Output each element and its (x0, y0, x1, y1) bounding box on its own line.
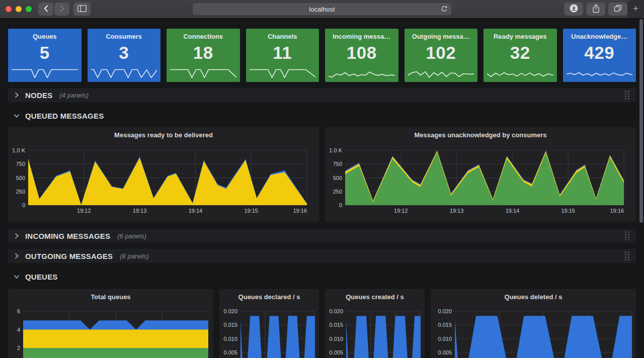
chart-queues-declared[interactable]: 0.0200.0150.0100.005 (219, 302, 319, 358)
svg-text:0.005: 0.005 (329, 349, 343, 355)
sparkline (567, 67, 633, 79)
stat-panel-consumers: Consumers 3 (88, 29, 161, 82)
address-bar[interactable]: localhost (193, 3, 451, 15)
stat-value: 5 (40, 38, 50, 67)
chevron-down-icon (13, 273, 20, 280)
svg-text:1.0 K: 1.0 K (329, 147, 342, 153)
svg-text:0.010: 0.010 (438, 336, 452, 342)
plus-icon: + (633, 3, 638, 14)
row-outgoing-messages[interactable]: OUTGOING MESSAGES (8 panels) (8, 249, 636, 263)
row-panel-count: (6 panels) (117, 232, 146, 240)
svg-text:0.015: 0.015 (438, 322, 452, 328)
forward-button[interactable] (54, 3, 69, 16)
panel-title[interactable]: Queues declared / s (219, 289, 319, 302)
reload-icon[interactable] (441, 6, 448, 15)
panel-title[interactable]: Messages ready to be delivered (8, 127, 319, 140)
svg-text:19:12: 19:12 (77, 208, 91, 214)
svg-text:19:15: 19:15 (561, 208, 575, 214)
svg-text:0: 0 (22, 202, 25, 208)
sparkline (250, 67, 316, 79)
row-queues[interactable]: QUEUES (8, 270, 636, 283)
sparkline (12, 67, 78, 79)
drag-handle-icon[interactable] (625, 231, 629, 240)
chart-queues-deleted[interactable]: 0.0200.0150.0100.005 (431, 302, 636, 358)
minimize-window-button[interactable] (16, 6, 22, 12)
sparkline (329, 67, 395, 79)
stat-panel-outgoing-messages: Outgoing messa… 102 (405, 29, 478, 82)
zoom-window-button[interactable] (26, 6, 32, 12)
chevron-right-icon (13, 232, 20, 239)
sparkline (487, 67, 553, 79)
svg-text:19:12: 19:12 (394, 208, 408, 214)
chevron-right-icon (60, 5, 64, 14)
stat-panel-queues: Queues 5 (8, 29, 82, 82)
share-icon (592, 4, 600, 15)
tabs-icon (614, 5, 622, 14)
svg-text:250: 250 (333, 189, 342, 195)
chevron-left-icon (44, 5, 48, 14)
drag-handle-icon[interactable] (625, 91, 629, 100)
chart-queues-created[interactable]: 0.0200.0150.0100.005 (325, 302, 425, 358)
stat-value: 429 (584, 38, 614, 67)
sidebar-toggle-button[interactable] (73, 3, 91, 16)
panel-total-queues: Total queues 642 (8, 289, 213, 358)
svg-text:19:14: 19:14 (506, 208, 520, 214)
svg-text:2: 2 (17, 345, 20, 351)
stat-value: 18 (193, 38, 213, 67)
panel-title[interactable]: Queues created / s (325, 289, 425, 302)
svg-text:19:13: 19:13 (133, 208, 147, 214)
panel-queues-declared: Queues declared / s 0.0200.0150.0100.005 (219, 289, 319, 358)
stat-value: 3 (119, 38, 129, 67)
chart-total-queues[interactable]: 642 (8, 302, 213, 358)
row-panel-count: (8 panels) (120, 252, 149, 260)
panel-title[interactable]: Queues deleted / s (431, 289, 636, 302)
svg-text:19:13: 19:13 (450, 208, 464, 214)
svg-text:19:16: 19:16 (610, 208, 624, 214)
stat-value: 32 (510, 38, 530, 67)
panel-messages-ready: Messages ready to be delivered 1.0 K7505… (8, 127, 319, 222)
panel-title[interactable]: Messages unacknowledged by consumers (325, 127, 636, 140)
svg-text:750: 750 (333, 161, 342, 167)
svg-text:0.015: 0.015 (329, 322, 343, 328)
row-title: NODES (25, 91, 52, 100)
stat-panel-connections: Connections 18 (167, 29, 240, 82)
svg-text:250: 250 (16, 189, 25, 195)
stat-value: 102 (426, 38, 456, 67)
svg-text:0.020: 0.020 (223, 308, 237, 314)
stat-panel-ready-messages: Ready messages 32 (484, 29, 557, 82)
sidebar-icon (77, 5, 87, 14)
page-scrollbar[interactable] (639, 19, 643, 223)
svg-text:750: 750 (16, 161, 25, 167)
tab-overview-button[interactable] (608, 3, 627, 16)
svg-text:0.010: 0.010 (223, 336, 237, 342)
panel-messages-unacknowledged: Messages unacknowledged by consumers 1.0… (325, 127, 636, 222)
row-title: QUEUES (25, 273, 58, 281)
browser-toolbar: localhost + (0, 0, 644, 19)
svg-text:0.005: 0.005 (438, 349, 452, 355)
back-button[interactable] (38, 3, 53, 16)
row-incoming-messages[interactable]: INCOMING MESSAGES (6 panels) (8, 229, 636, 243)
stat-panel-row: Queues 5 Consumers 3 Connections 18 Chan… (8, 29, 636, 82)
panel-queues-deleted: Queues deleted / s 0.0200.0150.0100.005 (431, 289, 636, 358)
queues-panels: Total queues 642 Queues declared / s 0.0… (8, 289, 636, 358)
panel-title[interactable]: Total queues (8, 289, 213, 302)
stat-value: 11 (273, 38, 292, 67)
chart-messages-unacknowledged[interactable]: 1.0 K750500250019:1219:1319:1419:1519:16 (325, 140, 636, 221)
share-button[interactable] (586, 3, 605, 16)
svg-text:500: 500 (333, 175, 342, 181)
close-window-button[interactable] (6, 6, 12, 12)
row-nodes[interactable]: NODES (4 panels) (8, 88, 636, 102)
chevron-down-icon (13, 112, 20, 119)
stat-value: 108 (347, 38, 377, 67)
drag-handle-icon[interactable] (625, 251, 629, 260)
row-title: INCOMING MESSAGES (25, 232, 110, 240)
svg-text:0: 0 (339, 202, 342, 208)
new-tab-button[interactable]: + (627, 0, 644, 18)
chart-messages-ready[interactable]: 1.0 K750500250019:1219:1319:1419:1519:16 (8, 140, 319, 221)
svg-text:19:16: 19:16 (293, 208, 307, 214)
dashboard: Queues 5 Consumers 3 Connections 18 Chan… (0, 19, 644, 358)
panel-queues-created: Queues created / s 0.0200.0150.0100.005 (325, 289, 425, 358)
downloads-button[interactable] (564, 3, 583, 16)
svg-text:0.005: 0.005 (223, 349, 237, 355)
row-queued-messages[interactable]: QUEUED MESSAGES (8, 109, 636, 122)
